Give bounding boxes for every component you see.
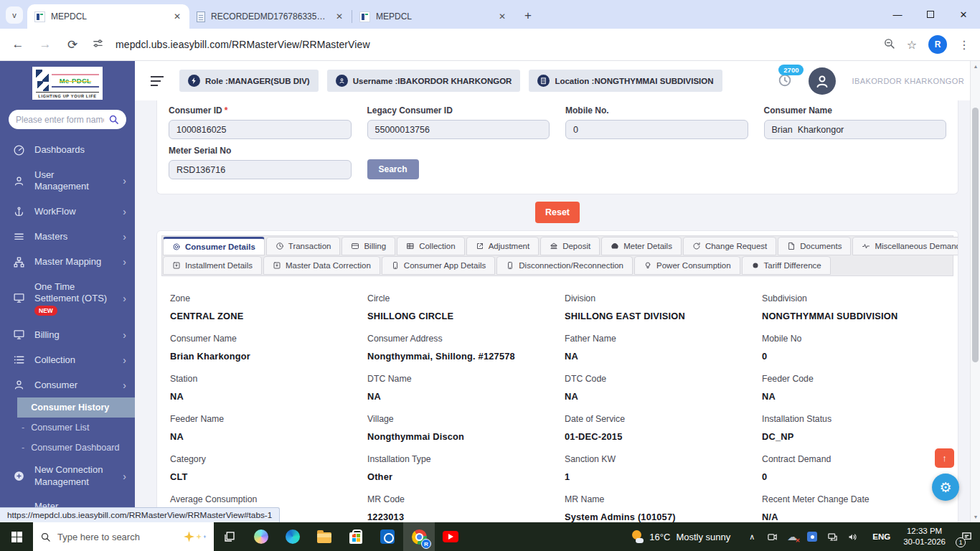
- sidebar-item-masters[interactable]: Masters›: [0, 225, 135, 250]
- browser-tab-3[interactable]: MEPDCL✕: [352, 4, 514, 29]
- scrollbar-up-arrow[interactable]: ▲: [971, 64, 980, 69]
- hamburger-menu-icon[interactable]: [151, 76, 165, 86]
- outlook-app-button[interactable]: [372, 522, 403, 551]
- action-center-button[interactable]: 1: [953, 522, 980, 551]
- browser-profile-avatar[interactable]: R: [928, 35, 947, 54]
- search-button[interactable]: Search: [367, 159, 419, 179]
- app-window: Me-PDCL LIGHTING UP YOUR LIFE Dashboards…: [0, 61, 980, 522]
- meter-serial-input[interactable]: [169, 160, 352, 179]
- input-consumer-id[interactable]: [169, 120, 352, 139]
- gauge-icon: [13, 144, 25, 156]
- youtube-app-button[interactable]: [435, 522, 466, 551]
- tab-miscellaneous-demand[interactable]: Miscellaneous Demand: [852, 237, 958, 255]
- reload-button[interactable]: ⟳: [65, 37, 80, 52]
- tab-installment-details[interactable]: Installment Details: [163, 256, 262, 275]
- sidebar-item-consumer[interactable]: Consumer›: [0, 372, 135, 397]
- sidebar-item-user-management[interactable]: User Management›: [0, 163, 135, 199]
- anchor-icon: [13, 206, 25, 218]
- sidebar-item-collection[interactable]: Collection›: [0, 347, 135, 372]
- input-legacy-consumer-id[interactable]: [367, 120, 550, 139]
- volume-icon[interactable]: [847, 531, 858, 542]
- file-explorer-button[interactable]: [308, 522, 340, 551]
- chrome-app-button[interactable]: R: [403, 522, 435, 551]
- windows-logo-icon: [11, 532, 22, 542]
- scroll-to-top-button[interactable]: ↑: [935, 448, 954, 468]
- input-mobile-no[interactable]: [565, 120, 748, 139]
- detail-label: Consumer Address: [367, 334, 550, 344]
- language-indicator[interactable]: ENG: [872, 532, 890, 541]
- scrollbar-down-arrow[interactable]: ▼: [971, 514, 980, 519]
- onedrive-paused-icon[interactable]: ☁✕: [786, 531, 798, 542]
- minimize-button[interactable]: —: [881, 0, 914, 29]
- start-button[interactable]: [0, 522, 33, 551]
- tab-search-button[interactable]: v: [6, 6, 23, 24]
- tab-consumer-app-details[interactable]: Consumer App Details: [382, 256, 495, 275]
- search-icon[interactable]: [108, 114, 119, 125]
- notification-count: 1: [956, 537, 966, 547]
- sidebar-item-consumer-dashboard[interactable]: -Consumer Dashboard: [17, 438, 135, 458]
- edge-app-button[interactable]: [277, 522, 308, 551]
- sidebar-item-billing[interactable]: Billing›: [0, 322, 135, 347]
- tab-documents[interactable]: Documents: [778, 237, 851, 255]
- back-button[interactable]: ←: [10, 37, 26, 52]
- site-info-icon[interactable]: [92, 37, 104, 52]
- taskbar-search-box[interactable]: Type here to search: [33, 522, 214, 551]
- tab-tariff-difference[interactable]: Tariff Difference: [742, 256, 831, 275]
- zoom-icon[interactable]: [883, 37, 895, 52]
- reset-button[interactable]: Reset: [535, 202, 580, 223]
- copilot-app-button[interactable]: [245, 522, 277, 551]
- clock-icon: [275, 242, 284, 250]
- tab-adjustment[interactable]: Adjustment: [466, 237, 540, 255]
- bookmark-star-icon[interactable]: ☆: [907, 38, 917, 52]
- taskbar-clock[interactable]: 12:33 PM 30-01-2026: [903, 526, 946, 547]
- taskbar-date: 30-01-2026: [903, 537, 946, 547]
- tab-close-icon[interactable]: ✕: [171, 10, 184, 23]
- task-view-button[interactable]: [214, 522, 245, 551]
- tab-deposit[interactable]: Deposit: [540, 237, 600, 255]
- browser-tab-2[interactable]: RECORDEDMD1767863358560✕: [189, 4, 352, 29]
- tab-billing[interactable]: Billing: [341, 237, 395, 255]
- network-icon[interactable]: [826, 531, 838, 542]
- weather-widget[interactable]: 16°C Mostly sunny: [623, 530, 738, 543]
- new-tab-button[interactable]: +: [519, 6, 537, 25]
- browser-menu-icon[interactable]: ⋮: [958, 38, 970, 52]
- browser-tab-1[interactable]: MEPDCL✕: [27, 4, 189, 29]
- tab-consumer-details[interactable]: Consumer Details: [163, 237, 265, 255]
- page-scrollbar[interactable]: ▲ ▼: [970, 61, 980, 522]
- location-badge[interactable]: Location :NONGTHYMMAI SUBDIVISION: [529, 70, 722, 92]
- notification-clock-icon[interactable]: 2700: [777, 72, 793, 90]
- close-window-button[interactable]: ✕: [947, 0, 980, 29]
- tab-collection[interactable]: Collection: [397, 237, 465, 255]
- new-badge: NEW: [34, 306, 57, 316]
- teams-icon[interactable]: [806, 531, 818, 542]
- tab-disconnection-reconnection[interactable]: Disconnection/Reconnection: [496, 256, 633, 275]
- user-avatar[interactable]: [809, 67, 836, 95]
- username-badge[interactable]: Username :IBAKORDOR KHARKONGOR: [327, 70, 521, 92]
- tab-meter-details[interactable]: Meter Details: [601, 237, 682, 255]
- tab-power-consumption[interactable]: Power Consumption: [634, 256, 740, 275]
- sidebar-item-consumer-list[interactable]: -Consumer List: [17, 418, 135, 438]
- role-badge[interactable]: Role :MANAGER(SUB DIV): [179, 70, 319, 92]
- input-consumer-name[interactable]: [764, 120, 947, 139]
- scrollbar-thumb[interactable]: [972, 108, 979, 362]
- tab-transaction[interactable]: Transaction: [266, 237, 341, 255]
- settings-fab[interactable]: ⚙: [932, 474, 959, 501]
- sidebar-item-one-time-settlement-ots[interactable]: One Time Settlement (OTS) NEW›: [0, 275, 135, 323]
- sidebar-item-dashboards[interactable]: Dashboards: [0, 138, 135, 163]
- sidebar-item-master-mapping[interactable]: Master Mapping›: [0, 250, 135, 275]
- sidebar-item-new-connection-management[interactable]: New Connection Management›: [0, 458, 135, 494]
- meet-now-icon[interactable]: [766, 531, 778, 542]
- tab-close-icon[interactable]: ✕: [333, 10, 346, 23]
- sidebar-item-workflow[interactable]: WorkFlow›: [0, 199, 135, 225]
- tray-chevron-icon[interactable]: ∧: [746, 531, 758, 542]
- sidebar-search-input[interactable]: [16, 115, 104, 125]
- field-legacy-consumer-id: Legacy Consumer ID: [367, 103, 550, 139]
- tab-master-data-correction[interactable]: Master Data Correction: [263, 256, 380, 275]
- address-bar[interactable]: mepdcl.ubs.ieasybill.com/RRMasterView/RR…: [116, 39, 872, 50]
- forward-button[interactable]: →: [37, 37, 53, 52]
- maximize-button[interactable]: [914, 0, 947, 29]
- tab-change-request[interactable]: Change Request: [683, 237, 776, 255]
- sidebar-item-consumer-history[interactable]: -Consumer History: [17, 397, 135, 418]
- tab-close-icon[interactable]: ✕: [496, 10, 509, 23]
- store-app-button[interactable]: [340, 522, 372, 551]
